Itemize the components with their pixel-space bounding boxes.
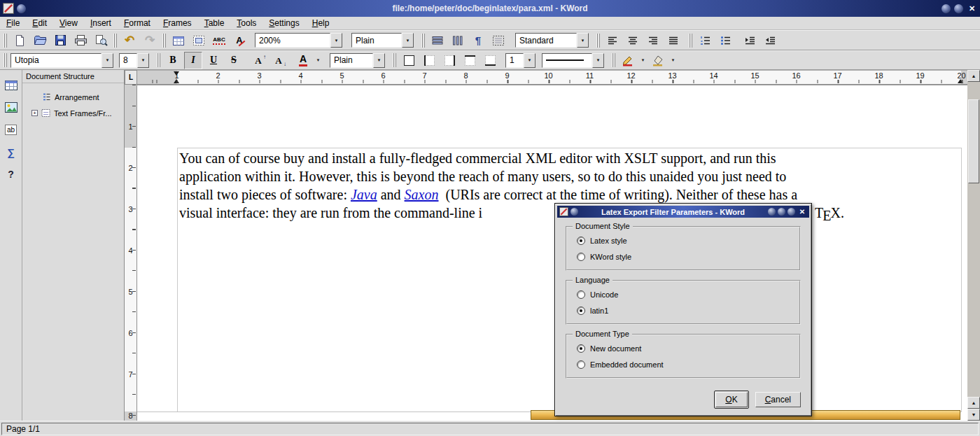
- vertical-ruler[interactable]: 12345678: [125, 85, 137, 421]
- increase-indent-button[interactable]: [741, 31, 759, 49]
- save-button[interactable]: [51, 31, 69, 49]
- border-outline-button[interactable]: [400, 52, 418, 69]
- new-document-button[interactable]: [10, 31, 29, 49]
- ok-button[interactable]: OK: [715, 392, 747, 407]
- border-right-button[interactable]: [440, 52, 458, 69]
- font-color-button[interactable]: A: [294, 52, 312, 69]
- right-margin-marker[interactable]: [958, 76, 963, 83]
- border-style-dropdown-button[interactable]: ▼: [592, 53, 604, 68]
- java-link[interactable]: Java: [351, 187, 377, 202]
- close-icon[interactable]: ✕: [967, 4, 977, 13]
- vertical-scrollbar[interactable]: ▲ ▲ ▼: [967, 70, 980, 421]
- dialog-help-button[interactable]: [768, 208, 776, 216]
- frame-style-dropdown-button[interactable]: ▼: [577, 33, 589, 48]
- border-left-button[interactable]: [420, 52, 438, 69]
- font-value[interactable]: Utopia: [10, 53, 102, 68]
- bulleted-list-button[interactable]: [716, 31, 734, 49]
- window-titlebar[interactable]: file:/home/peter/doc/beginlatex/para.xml…: [0, 0, 980, 17]
- zoom-dropdown-button[interactable]: ▼: [330, 33, 342, 48]
- radio-unicode[interactable]: Unicode: [567, 286, 799, 302]
- spellcheck-button[interactable]: ABC: [210, 31, 228, 49]
- frame-style-value[interactable]: Standard: [515, 33, 577, 48]
- toolbar-handle[interactable]: [421, 34, 425, 48]
- numbered-list-button[interactable]: [696, 31, 714, 49]
- font-size-dropdown-button[interactable]: ▼: [137, 53, 149, 68]
- window-menu-button[interactable]: [17, 4, 26, 13]
- pen-color-dropdown-button[interactable]: ▼: [639, 52, 647, 69]
- tab-selector-button[interactable]: L: [125, 70, 137, 85]
- menubar-item[interactable]: Format: [118, 17, 157, 29]
- radio-latex-style[interactable]: Latex style: [567, 232, 799, 248]
- insert-formula-tool-button[interactable]: ∑: [2, 143, 20, 160]
- expand-icon[interactable]: +: [31, 110, 38, 116]
- toolbar-handle[interactable]: [162, 34, 166, 48]
- increase-font-size-button[interactable]: A↑: [249, 52, 267, 69]
- toolbar-handle[interactable]: [689, 34, 692, 48]
- dialog-minimize-button[interactable]: [778, 208, 785, 216]
- menubar-item[interactable]: Help: [306, 17, 336, 29]
- insert-frame-button[interactable]: [190, 31, 208, 49]
- toolbar-handle[interactable]: [4, 34, 7, 48]
- paragraph-marks-button[interactable]: ¶: [469, 31, 487, 49]
- radio-embedded-document[interactable]: Embedded document: [567, 356, 799, 372]
- menubar-item[interactable]: File: [0, 17, 26, 29]
- style-dropdown-button[interactable]: ▼: [373, 53, 385, 68]
- cancel-button[interactable]: Cancel: [755, 392, 801, 407]
- border-width-value[interactable]: 1: [505, 53, 524, 68]
- underline-button[interactable]: U: [204, 52, 223, 69]
- scrollbar-thumb[interactable]: [968, 99, 979, 183]
- toolbar-handle[interactable]: [4, 53, 7, 67]
- dialog-close-icon[interactable]: ✕: [797, 208, 807, 216]
- radio-latin1[interactable]: latin1: [567, 302, 799, 318]
- menubar-item[interactable]: Tools: [230, 17, 262, 29]
- radio-kword-style[interactable]: KWord style: [567, 248, 799, 265]
- font-size-value[interactable]: 8: [119, 53, 137, 68]
- dialog-maximize-button[interactable]: [788, 208, 795, 216]
- menubar-item[interactable]: Insert: [84, 17, 118, 29]
- minimize-button[interactable]: [941, 4, 951, 13]
- autocorrect-button[interactable]: A: [230, 31, 248, 49]
- document-area[interactable]: You can of course buy and install a full…: [137, 85, 967, 421]
- insert-picture-tool-button[interactable]: [2, 99, 20, 115]
- background-color-button[interactable]: [649, 52, 667, 69]
- menubar-item[interactable]: Frames: [157, 17, 198, 29]
- toolbar-handle[interactable]: [612, 53, 615, 67]
- decrease-indent-button[interactable]: [761, 31, 779, 49]
- align-justify-button[interactable]: [664, 31, 682, 49]
- align-left-button[interactable]: [603, 31, 622, 49]
- italic-button[interactable]: I: [184, 52, 202, 69]
- toolbar-handle[interactable]: [393, 53, 396, 67]
- menubar-item[interactable]: Settings: [262, 17, 305, 29]
- border-top-button[interactable]: [461, 52, 479, 69]
- pen-color-button[interactable]: [619, 52, 637, 69]
- toolbar-handle[interactable]: [596, 34, 600, 48]
- strikethrough-button[interactable]: S: [225, 52, 243, 69]
- tree-item-text-frames[interactable]: + Text Frames/Fr...: [24, 105, 122, 121]
- font-dropdown-button[interactable]: ▼: [102, 53, 113, 68]
- zoom-value[interactable]: 200%: [255, 33, 330, 48]
- redo-button[interactable]: ↷: [141, 31, 159, 49]
- border-width-dropdown-button[interactable]: ▼: [524, 53, 536, 68]
- font-color-dropdown-button[interactable]: ▼: [314, 52, 322, 69]
- border-bottom-button[interactable]: [481, 52, 499, 69]
- menubar-item[interactable]: Table: [198, 17, 231, 29]
- maximize-button[interactable]: [954, 4, 963, 13]
- scroll-up-button[interactable]: ▲: [967, 70, 980, 82]
- menubar-item[interactable]: View: [53, 17, 84, 29]
- table-rows-button[interactable]: [428, 31, 447, 49]
- menubar-item[interactable]: Edit: [26, 17, 53, 29]
- frame-borders-button[interactable]: [489, 31, 507, 49]
- align-center-button[interactable]: [624, 31, 642, 49]
- undo-button[interactable]: ↶: [120, 31, 139, 49]
- kword-app-icon[interactable]: [3, 3, 14, 14]
- saxon-link[interactable]: Saxon: [405, 187, 439, 202]
- decrease-font-size-button[interactable]: A↓: [270, 52, 288, 69]
- scrollbar-track[interactable]: [967, 82, 980, 397]
- style-value[interactable]: Plain: [330, 53, 373, 68]
- print-button[interactable]: [71, 31, 90, 49]
- toolbar-handle[interactable]: [157, 53, 160, 67]
- dialog-menu-button[interactable]: [570, 208, 578, 216]
- background-color-dropdown-button[interactable]: ▼: [669, 52, 677, 69]
- paragraph-style-value[interactable]: Plain: [351, 33, 402, 48]
- open-document-button[interactable]: [31, 31, 49, 49]
